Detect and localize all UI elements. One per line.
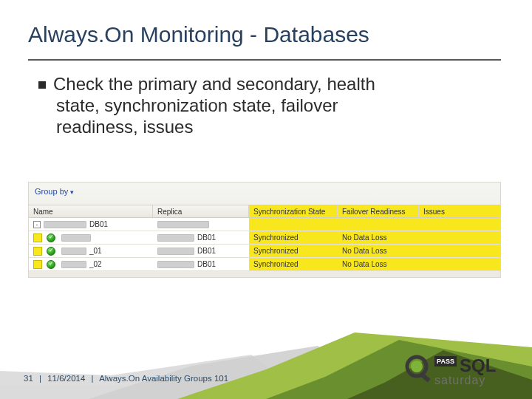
table-row[interactable]: _02 DB01 Synchronized No Data Loss (29, 258, 500, 271)
cell-issues (419, 258, 500, 270)
chevron-down-icon: ▾ (70, 188, 74, 196)
bullet-item: Check the primary and secondary, health … (38, 74, 489, 137)
warning-icon (33, 247, 42, 256)
redacted-text (61, 248, 86, 255)
slide-title: Always.On Monitoring - Databases (28, 22, 369, 47)
title-divider (28, 59, 501, 61)
row-name-suffix: _02 (89, 260, 102, 268)
redacted-text (157, 234, 194, 242)
dashboard-screenshot: Group by ▾ Name Replica Synchronization … (28, 182, 501, 278)
table-row[interactable]: _01 DB01 Synchronized No Data Loss (29, 245, 500, 258)
cell-issues (419, 231, 500, 244)
cell-replica-suffix: DB01 (197, 233, 216, 242)
footer-separator: | (92, 374, 94, 383)
row-name-suffix: DB01 (89, 220, 108, 228)
status-ok-icon (47, 260, 55, 269)
logo-sql-text: SQL (460, 355, 496, 375)
cell-sync (249, 218, 338, 231)
slide-date: 11/6/2014 (47, 374, 85, 383)
group-by-dropdown[interactable]: Group by ▾ (35, 187, 74, 196)
logo-saturday-text: saturday (434, 374, 485, 386)
tree-collapse-icon[interactable]: - (33, 221, 41, 228)
table-header-row: Name Replica Synchronization State Failo… (29, 205, 500, 218)
bullet-line-1: Check the primary and secondary, health (53, 74, 375, 94)
redacted-text (44, 221, 86, 228)
warning-icon (33, 233, 42, 242)
cell-failover: No Data Loss (338, 245, 419, 257)
cell-replica-suffix: DB01 (197, 247, 216, 255)
table-row[interactable]: - DB01 (29, 218, 500, 231)
redacted-text (61, 234, 91, 242)
bullet-line-2: state, synchronization state, failover (56, 95, 489, 117)
cell-replica-suffix: DB01 (197, 260, 216, 268)
status-ok-icon (47, 247, 55, 256)
header-sync-state[interactable]: Synchronization State (249, 205, 338, 217)
row-name-suffix: _01 (89, 247, 102, 255)
pass-sqlsaturday-logo: PASS SQL saturday (402, 353, 513, 390)
cell-issues (419, 218, 500, 231)
cell-sync: Synchronized (249, 231, 338, 244)
bullet-line-3: readiness, issues (56, 117, 489, 138)
redacted-text (61, 261, 86, 268)
cell-failover (338, 218, 419, 231)
svg-marker-2 (89, 346, 384, 399)
logo-pass-text: PASS (437, 358, 454, 365)
warning-icon (33, 260, 42, 269)
cell-failover: No Data Loss (338, 231, 419, 244)
header-failover-readiness[interactable]: Failover Readiness (338, 205, 419, 217)
cell-sync: Synchronized (249, 245, 338, 257)
table-row[interactable]: DB01 Synchronized No Data Loss (29, 231, 500, 245)
cell-failover: No Data Loss (338, 258, 419, 270)
bullet-marker (38, 81, 46, 89)
cell-sync: Synchronized (249, 258, 338, 270)
footer-meta: 31 | 11/6/2014 | Always.On Availability … (24, 374, 228, 383)
header-name[interactable]: Name (29, 205, 153, 217)
status-ok-icon (47, 233, 55, 242)
header-replica[interactable]: Replica (153, 205, 249, 217)
footer-separator: | (39, 374, 41, 383)
slide-topic: Always.On Availability Groups 101 (99, 374, 228, 383)
group-by-label: Group by (35, 187, 68, 196)
page-number: 31 (24, 374, 33, 383)
cell-issues (419, 245, 500, 257)
redacted-text (157, 261, 194, 268)
redacted-text (157, 221, 209, 228)
header-issues[interactable]: Issues (419, 205, 500, 217)
redacted-text (157, 248, 194, 255)
svg-point-7 (411, 361, 423, 372)
